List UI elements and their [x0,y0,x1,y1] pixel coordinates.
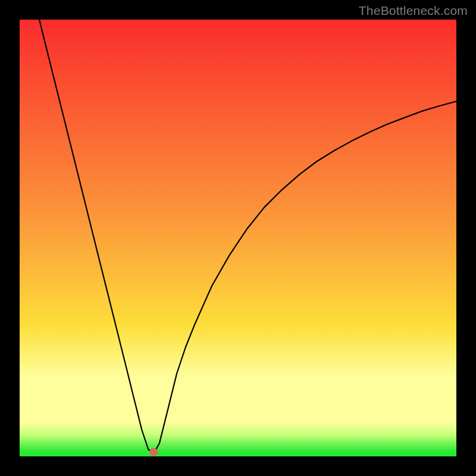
watermark-text: TheBottleneck.com [359,4,468,18]
plot-area [20,20,456,456]
bottleneck-curve [39,20,456,451]
chart-frame: TheBottleneck.com [0,0,476,476]
min-point-marker [149,448,158,456]
curve-svg [20,20,456,456]
